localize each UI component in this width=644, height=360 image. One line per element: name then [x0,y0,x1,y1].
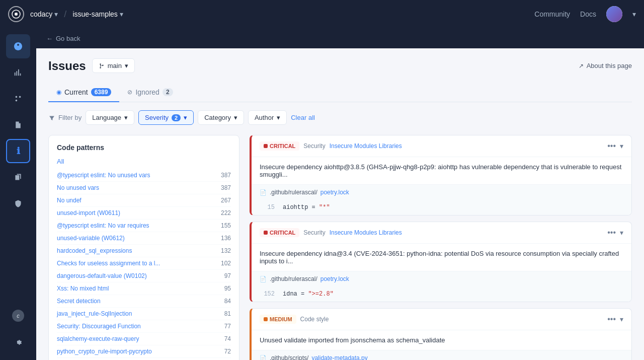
chevron-down-icon[interactable]: ▾ [620,142,623,150]
pattern-count: 267 [221,197,231,204]
pattern-name[interactable]: No unused vars [57,184,221,191]
filter-bar: Filter by Language ▾ Severity 2 ▾ Catego… [48,110,632,125]
sidebar-item-files[interactable] [6,113,30,137]
category-filter[interactable]: Category ▾ [198,110,244,125]
chevron-down-icon: ▾ [54,10,58,18]
severity-badge-1: CRITICAL [260,141,299,151]
pattern-name[interactable]: dangerous-default-value (W0102) [57,272,224,279]
issue-1-more-button[interactable]: ••• [607,141,616,151]
issue-3-header: MEDIUM Code style ••• ▾ [252,309,631,330]
issue-2-header: CRITICAL Security Insecure Modules Libra… [252,222,631,244]
file-link-3[interactable]: validate-metadata.py [311,354,367,360]
duplication-icon [14,173,22,181]
chevron-down-icon[interactable]: ▾ [620,315,623,323]
file-icon [14,121,22,129]
current-badge: 6389 [91,88,112,96]
pattern-name[interactable]: java_inject_rule-SqlInjection [57,310,224,317]
sidebar-item-org[interactable]: c [6,304,30,328]
pattern-name[interactable]: Security: Discouraged Function [57,323,224,330]
code-patterns-panel: Code patterns All @typescript eslint: No… [48,135,239,360]
severity-filter[interactable]: Severity 2 ▾ [138,110,194,125]
issue-card-2: CRITICAL Security Insecure Modules Libra… [250,222,632,302]
chevron-down-icon[interactable]: ▾ [620,229,623,237]
go-back-bar[interactable]: ← Go back [36,28,644,48]
repo-selector[interactable]: issue-samples ▾ [72,10,123,18]
issue-1-code: 15 aiohttp = "*" [252,200,631,215]
code-content-2: idna = ">=2.8" [283,291,334,298]
pattern-name[interactable]: sqlalchemy-execute-raw-query [57,335,224,342]
pattern-name[interactable]: python_crypto_rule-import-pycrypto [57,348,224,355]
issues-list: CRITICAL Security Insecure Modules Libra… [250,135,632,360]
issue-3-more-button[interactable]: ••• [607,315,616,324]
tab-ignored[interactable]: ⊘ Ignored 2 [119,83,181,102]
about-page-button[interactable]: ↗ About this page [579,62,632,69]
severity-dot-critical [264,144,268,148]
issue-1-subcategory[interactable]: Insecure Modules Libraries [330,142,402,150]
issue-3-category: Code style [300,316,329,323]
panel-title: Code patterns [57,143,231,152]
docs-link[interactable]: Docs [580,10,596,18]
tabs: ◉ Current 6389 ⊘ Ignored 2 [48,83,632,102]
chevron-down-icon: ▾ [125,62,128,69]
clear-all-button[interactable]: Clear all [291,114,315,121]
sidebar-item-git[interactable] [6,87,30,111]
page-title-row: Issues main ▾ [48,58,135,73]
pattern-name[interactable]: unused-import (W0611) [57,209,221,217]
author-filter[interactable]: Author ▾ [248,110,287,125]
chevron-down-icon: ▾ [184,114,187,121]
sidebar-item-settings[interactable] [6,330,30,354]
sidebar-item-analytics[interactable] [6,60,30,85]
chevron-down-icon[interactable]: ▾ [632,10,636,18]
file-link-1[interactable]: poetry.lock [320,189,349,196]
navbar: codacy ▾ / issue-samples ▾ Community Doc… [0,0,644,28]
sidebar-item-security[interactable] [6,191,30,215]
two-col-layout: Code patterns All @typescript eslint: No… [48,135,632,360]
sidebar-item-issues[interactable]: ℹ [6,139,30,163]
list-item: Checks for useless assignment to a l...1… [57,257,231,270]
svg-point-4 [16,100,18,102]
svg-point-1 [15,13,18,16]
user-avatar[interactable] [606,6,622,22]
pattern-count: 387 [221,172,231,179]
issue-1-header-left: CRITICAL Security Insecure Modules Libra… [260,141,402,151]
issue-2-more-button[interactable]: ••• [607,228,616,237]
pattern-name[interactable]: Secret detection [57,298,224,305]
sidebar-item-codestyle[interactable] [6,218,30,242]
pattern-count: 77 [224,323,231,330]
issue-2-subcategory[interactable]: Insecure Modules Libraries [330,229,402,236]
issue-card-1: CRITICAL Security Insecure Modules Libra… [250,135,632,215]
issue-1-header-right: ••• ▾ [607,141,623,151]
file-link-2[interactable]: poetry.lock [320,275,349,282]
sidebar-item-dashboard[interactable] [6,34,30,58]
git-icon [14,94,23,103]
pattern-name[interactable]: @typescript eslint: No var requires [57,222,221,229]
branch-selector[interactable]: main ▾ [92,58,135,73]
svg-point-2 [16,96,18,98]
org-selector[interactable]: codacy ▾ [30,10,58,18]
list-item: unused-import (W0611)222 [57,207,231,220]
content-area: Issues main ▾ ↗ About this page ◉ Curr [36,48,644,360]
tab-current-label: Current [64,88,88,96]
issue-2-title: Insecure dependency idna@3.4 (CVE-2024-3… [252,244,631,271]
main-content: ← Go back Issues main ▾ ↗ About this pag… [36,28,644,360]
community-link[interactable]: Community [534,10,570,18]
pattern-name[interactable]: Checks for useless assignment to a l... [57,260,221,267]
all-patterns-link[interactable]: All [57,158,231,165]
issue-3-header-right: ••• ▾ [607,315,623,324]
pattern-name[interactable]: unused-variable (W0612) [57,235,221,242]
ignored-badge: 2 [163,88,173,96]
list-item: java_inject_rule-SqlInjection81 [57,308,231,320]
severity-badge-2: CRITICAL [260,228,299,237]
pattern-name[interactable]: No undef [57,197,221,204]
pattern-count: 74 [224,335,231,342]
sidebar-item-duplication[interactable] [6,165,30,189]
go-back-label: Go back [56,35,80,42]
issue-2-category: Security [303,229,325,236]
pattern-name[interactable]: hardcoded_sql_expressions [57,247,221,254]
pattern-count: 84 [224,298,231,305]
settings-icon [14,338,22,346]
tab-current[interactable]: ◉ Current 6389 [48,83,119,102]
language-filter[interactable]: Language ▾ [86,110,134,125]
pattern-name[interactable]: @typescript eslint: No unused vars [57,172,221,179]
pattern-name[interactable]: Xss: No mixed html [57,285,224,292]
